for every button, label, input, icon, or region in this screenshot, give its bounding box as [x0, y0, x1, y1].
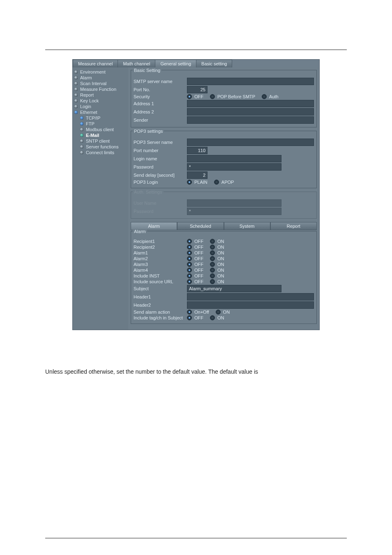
sidebar-item-scan-interval[interactable]: Scan Interval: [73, 81, 128, 86]
radio-url-off[interactable]: [187, 279, 192, 284]
address1-label: Address 1: [134, 101, 187, 106]
radio-pop3-plain[interactable]: [187, 180, 192, 185]
bullet-icon: [80, 139, 83, 143]
pop3-server-input[interactable]: [187, 139, 314, 146]
smtp-server-label: SMTP server name: [134, 79, 187, 84]
bullet-icon: [74, 105, 78, 108]
sidebar-item-measure-function[interactable]: Measure Function: [73, 86, 128, 92]
pop3-login-name-label: Login name: [134, 156, 187, 161]
sidebar-item-environment[interactable]: Environment: [73, 69, 128, 75]
address1-input[interactable]: [187, 100, 314, 107]
sidebar-item-key-lock[interactable]: Key Lock: [73, 98, 128, 104]
body-text: Unless specified otherwise, set the numb…: [45, 367, 347, 376]
pop3-port-input[interactable]: 110: [187, 147, 208, 154]
pop3-password-input[interactable]: *: [187, 163, 281, 171]
sidebar-item-ftp[interactable]: FTP: [73, 121, 128, 127]
alarm3-label: Alarm3: [134, 262, 187, 267]
bullet-icon: [74, 93, 78, 97]
alarm1-label: Alarm1: [134, 250, 187, 255]
sidebar-item-email[interactable]: E-Mail: [73, 132, 128, 138]
tab-math-channel[interactable]: Math channel: [118, 60, 155, 67]
radio-label: ON: [217, 256, 224, 261]
pop3-delay-input[interactable]: 2: [187, 171, 208, 179]
bullet-icon: [74, 111, 78, 114]
radio-label: ON: [217, 273, 224, 278]
tab-basic-setting[interactable]: Basic setting: [196, 60, 232, 67]
sender-input[interactable]: [187, 116, 314, 124]
auth-user-input: [187, 199, 281, 207]
radio-recipient1-on[interactable]: [210, 239, 215, 244]
header2-input[interactable]: [187, 301, 314, 309]
radio-label: Auth: [269, 94, 279, 99]
legend-pop3: POP3 settings: [133, 129, 164, 134]
radio-inst-on[interactable]: [210, 273, 215, 278]
sidebar-label: Connect limits: [86, 150, 114, 155]
sidebar-item-modbus-client[interactable]: Modbus client: [73, 127, 128, 132]
pop3-port-label: Port number: [134, 148, 187, 153]
auth-password-label: Password: [134, 209, 187, 214]
radio-sendaction-onoff[interactable]: [187, 310, 192, 314]
smtp-server-input[interactable]: [187, 78, 314, 85]
radio-alarm1-on[interactable]: [210, 250, 215, 255]
sidebar-label: Alarm: [80, 75, 92, 80]
sub-tab-system[interactable]: System: [224, 222, 270, 230]
radio-label: OFF: [194, 256, 203, 261]
sidebar-item-report[interactable]: Report: [73, 92, 128, 98]
sub-tab-scheduled[interactable]: Scheduled: [177, 222, 224, 230]
radio-tag-on[interactable]: [210, 315, 215, 320]
radio-alarm2-on[interactable]: [210, 256, 215, 261]
header1-input[interactable]: [187, 293, 314, 301]
radio-recipient1-off[interactable]: [187, 239, 192, 244]
radio-url-on[interactable]: [210, 279, 215, 284]
page-top-rule: [45, 49, 347, 50]
security-radio-group: OFF POP Before SMTP Auth: [187, 94, 283, 99]
sidebar-item-sntp-client[interactable]: SNTP client: [73, 138, 128, 144]
sidebar-item-alarm[interactable]: Alarm: [73, 75, 128, 81]
radio-recipient2-on[interactable]: [210, 245, 215, 250]
tab-general-setting[interactable]: General setting: [155, 60, 196, 67]
radio-sendaction-on[interactable]: [216, 310, 221, 314]
radio-alarm4-off[interactable]: [187, 268, 192, 273]
send-action-radio: On+Off ON: [187, 310, 234, 314]
pop3-login-radio-group: PLAIN APOP: [187, 180, 238, 185]
radio-label: OFF: [194, 239, 203, 244]
alarm4-radio: OFF ON: [187, 268, 228, 273]
radio-security-off[interactable]: [187, 94, 192, 99]
port-no-input[interactable]: 25: [187, 86, 208, 93]
radio-label: OFF: [194, 273, 203, 278]
sidebar-item-connect-limits[interactable]: Connect limits: [73, 150, 128, 155]
include-inst-label: Include INST: [134, 273, 187, 278]
fieldset-alarm: Alarm Recipient1 OFF ON Recipient2 OFF: [131, 231, 317, 324]
fieldset-basic-setting: Basic Setting SMTP server name Port No. …: [131, 70, 317, 127]
radio-tag-off[interactable]: [187, 315, 192, 320]
sidebar-item-login[interactable]: Login: [73, 104, 128, 109]
radio-alarm4-on[interactable]: [210, 268, 215, 273]
tab-measure-channel[interactable]: Measure channel: [73, 60, 118, 67]
address2-input[interactable]: [187, 108, 314, 116]
pop3-login-name-input[interactable]: [187, 155, 281, 162]
radio-alarm3-off[interactable]: [187, 262, 192, 267]
include-tag-radio: OFF ON: [187, 315, 228, 320]
radio-label: OFF: [194, 245, 203, 250]
sidebar-label: Modbus client: [86, 127, 114, 132]
alarm2-radio: OFF ON: [187, 256, 228, 261]
radio-alarm2-off[interactable]: [187, 256, 192, 261]
pop3-login-mode-label: POP3 Login: [134, 180, 187, 185]
radio-alarm3-on[interactable]: [210, 262, 215, 267]
radio-recipient2-off[interactable]: [187, 245, 192, 250]
radio-security-auth[interactable]: [262, 94, 267, 99]
sub-tab-report[interactable]: Report: [270, 222, 317, 230]
sidebar-label: TCP/IP: [86, 116, 100, 120]
radio-inst-off[interactable]: [187, 273, 192, 278]
radio-pop3-apop[interactable]: [214, 180, 219, 185]
subject-input[interactable]: Alarm_summary: [187, 285, 281, 292]
pop3-server-label: POP3 Server name: [134, 140, 187, 145]
radio-security-pop[interactable]: [210, 94, 215, 99]
alarm3-radio: OFF ON: [187, 262, 228, 267]
recipient2-label: Recipient2: [134, 245, 187, 250]
radio-alarm1-off[interactable]: [187, 250, 192, 255]
recipient1-radio: OFF ON: [187, 239, 228, 244]
sidebar-item-ethernet[interactable]: Ethernet: [73, 109, 128, 115]
sidebar-item-server-functions[interactable]: Server functions: [73, 144, 128, 150]
sidebar-item-tcpip[interactable]: TCP/IP: [73, 115, 128, 121]
